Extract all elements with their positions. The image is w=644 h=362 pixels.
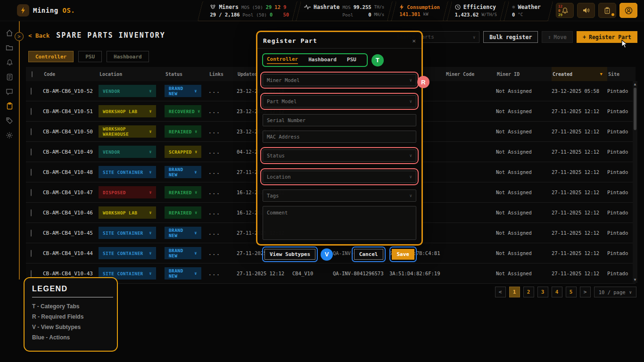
links-menu[interactable]: ... <box>208 169 237 175</box>
links-menu[interactable]: ... <box>208 108 237 115</box>
row-checkbox[interactable] <box>31 250 32 257</box>
location-dropdown[interactable]: SITE CONTAINER∨ <box>99 227 156 239</box>
modal-tab[interactable]: PSU <box>347 57 356 64</box>
miner-id: Not Assigned <box>496 210 552 215</box>
save-button[interactable]: Save <box>392 249 415 260</box>
links-menu[interactable]: ... <box>208 250 237 256</box>
col-location[interactable]: Location <box>99 72 165 77</box>
mac-address-input[interactable] <box>263 131 416 143</box>
col-miner-id[interactable]: Miner ID <box>496 72 552 77</box>
status-dropdown[interactable]: BRAND NEW∨ <box>165 85 201 97</box>
col-created-sorted[interactable]: Created▼ <box>552 67 607 81</box>
row-checkbox[interactable] <box>31 169 32 176</box>
page-button[interactable]: 1 <box>509 287 520 297</box>
location-dropdown[interactable]: DISPOSED∨ <box>99 186 156 198</box>
next-page-button[interactable]: > <box>580 287 591 297</box>
status-dropdown[interactable]: BRAND NEW∨ <box>165 166 201 178</box>
row-checkbox[interactable] <box>31 88 32 95</box>
links-menu[interactable]: ... <box>208 189 237 196</box>
links-menu[interactable]: ... <box>208 271 237 277</box>
move-button[interactable]: ↧Move <box>542 31 573 43</box>
col-site[interactable]: Site <box>607 72 636 77</box>
sidebar-home-icon[interactable] <box>5 29 14 37</box>
location-dropdown[interactable]: WORKSHOP LAB∨ <box>99 105 156 117</box>
row-checkbox[interactable] <box>31 128 32 135</box>
col-links[interactable]: Links <box>208 72 237 77</box>
row-checkbox[interactable] <box>31 230 32 237</box>
sound-button[interactable] <box>577 3 595 18</box>
scrollbar-thumb[interactable] <box>634 88 636 130</box>
page-size-select[interactable]: 10 / page ∨ <box>594 287 636 297</box>
sidebar-expand-button[interactable]: > <box>15 32 24 41</box>
page-button[interactable]: 4 <box>552 287 562 297</box>
sidebar-notifications-icon[interactable] <box>5 58 14 66</box>
sidebar-messages-icon[interactable] <box>5 87 14 96</box>
status-dropdown[interactable]: REPAIRED∨ <box>165 186 201 198</box>
col-status[interactable]: Status <box>165 72 208 77</box>
sidebar-tags-icon[interactable] <box>5 116 14 125</box>
category-tab[interactable]: PSU <box>78 51 102 62</box>
miner-model-select[interactable]: Miner Model∨ <box>263 74 416 86</box>
location-dropdown[interactable]: VENDOR∨ <box>99 146 156 158</box>
sidebar-settings-icon[interactable] <box>5 131 14 140</box>
comment-textarea[interactable] <box>263 206 416 240</box>
status-select[interactable]: Status∨ <box>263 149 416 162</box>
back-button[interactable]: < Back <box>28 32 50 39</box>
links-menu[interactable]: ... <box>208 210 237 216</box>
page-button[interactable]: 2 <box>523 287 534 297</box>
scroll-down-icon[interactable]: ▼ <box>634 278 636 282</box>
status-dropdown[interactable]: BRAND NEW∨ <box>165 247 201 259</box>
site: Pintado <box>607 189 636 195</box>
sidebar-inventory-icon[interactable] <box>5 102 14 110</box>
location-dropdown[interactable]: WORKSHOP LAB∨ <box>99 206 156 219</box>
location-dropdown[interactable]: VENDOR∨ <box>99 85 156 97</box>
status-dropdown[interactable]: SCRAPPED∨ <box>165 146 201 158</box>
links-menu[interactable]: ... <box>208 149 237 155</box>
serial-number-input[interactable] <box>263 114 416 126</box>
col-code[interactable]: Code <box>43 72 99 77</box>
row-checkbox[interactable] <box>31 270 32 277</box>
status-dropdown[interactable]: RECOVERED∨ <box>165 105 201 117</box>
status-dropdown[interactable]: REPAIRED∨ <box>165 125 201 138</box>
sidebar-logs-icon[interactable] <box>5 73 14 81</box>
location-select[interactable]: Location∨ <box>263 171 416 183</box>
table-scrollbar[interactable]: ▲ ▼ <box>633 81 637 283</box>
register-part-button[interactable]: +Register Part <box>577 31 637 43</box>
scroll-up-icon[interactable]: ▲ <box>634 82 636 86</box>
tags-select[interactable]: Tags∨ <box>263 189 416 202</box>
modal-tab[interactable]: Hashboard <box>308 57 337 64</box>
miner-id: Not Assigned <box>496 108 552 114</box>
profile-button[interactable] <box>619 3 637 18</box>
location-dropdown[interactable]: WORKSHOP WAREHOUSE∨ <box>99 125 156 138</box>
page-button[interactable]: 5 <box>566 287 577 297</box>
row-checkbox[interactable] <box>31 189 32 196</box>
links-menu[interactable]: ... <box>208 230 237 236</box>
links-menu[interactable]: ... <box>208 88 237 94</box>
cancel-button[interactable]: Cancel <box>354 249 383 260</box>
row-checkbox[interactable] <box>31 148 32 156</box>
bulk-register-button[interactable]: Bulk register <box>483 31 538 43</box>
col-miner-code[interactable]: Miner Code <box>445 72 496 77</box>
location-dropdown[interactable]: SITE CONTAINER∨ <box>99 166 156 178</box>
prev-page-button[interactable]: < <box>495 287 506 297</box>
sidebar-folder-icon[interactable] <box>5 43 14 52</box>
location-dropdown[interactable]: SITE CONTAINER∨ <box>99 247 156 259</box>
links-menu[interactable]: ... <box>208 129 237 135</box>
notifications-button[interactable]: 12 0 29 <box>556 3 574 18</box>
modal-tab[interactable]: Controller <box>267 56 298 64</box>
status-dropdown[interactable]: BRAND NEW∨ <box>165 227 201 239</box>
select-all-checkbox[interactable] <box>32 71 33 77</box>
reports-button[interactable] <box>598 3 616 18</box>
view-subtypes-button[interactable]: View Subtypes <box>264 249 315 260</box>
page-button[interactable]: 3 <box>537 287 548 297</box>
row-checkbox[interactable] <box>31 108 32 115</box>
miner-id: Not Assigned <box>496 189 552 195</box>
modal-close-button[interactable]: × <box>412 37 416 44</box>
notification-counts: 12 0 29 <box>558 4 562 17</box>
status-dropdown[interactable]: REPAIRED∨ <box>165 206 201 219</box>
category-tab[interactable]: Hashboard <box>107 51 149 62</box>
part-model-select[interactable]: Part Model∨ <box>263 95 416 107</box>
row-checkbox[interactable] <box>31 209 32 216</box>
status-dropdown[interactable]: BRAND NEW∨ <box>165 267 201 280</box>
category-tab[interactable]: Controller <box>28 51 74 62</box>
